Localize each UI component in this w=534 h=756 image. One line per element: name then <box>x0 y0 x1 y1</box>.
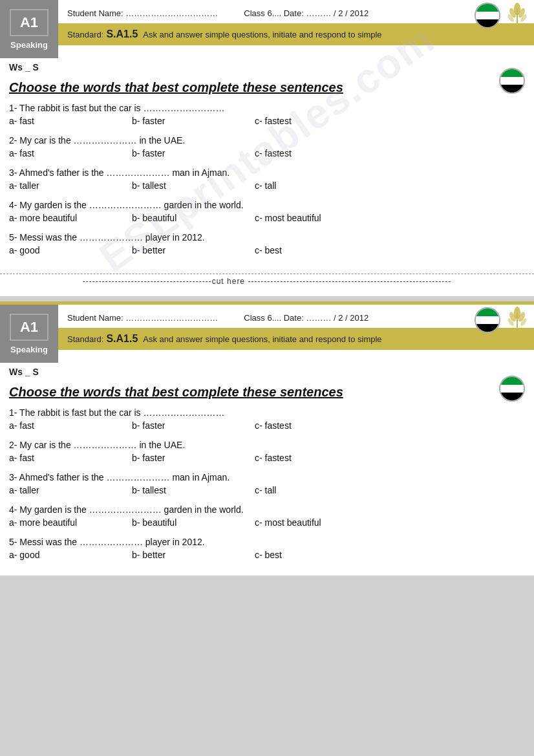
option-1-4-c: c- most beautiful <box>255 213 378 223</box>
option-1-5-c: c- best <box>255 245 378 255</box>
question-text-1-3: 3- Ahmed's father is the ………………… man in … <box>9 167 525 178</box>
uae-white-ws-2 <box>500 385 524 393</box>
questions-area-2: 1- The rabbit is fast but the car is ………… <box>0 405 534 576</box>
standard-label-2: Standard: <box>67 334 103 344</box>
a1-badge-1: A1 <box>10 9 48 36</box>
questions-area-1: 1- The rabbit is fast but the car is ………… <box>0 100 534 271</box>
options-row-1-1: a- fast b- faster c- fastest <box>9 116 525 126</box>
ws-label-2: Ws _ S <box>0 363 534 378</box>
question-block-2-5: 5- Messi was the ………………… player in 2012.… <box>9 537 525 560</box>
option-2-5-a: a- good <box>9 550 132 560</box>
sheet-2: A1 Speaking Student Name: …………………………… Cl… <box>0 301 534 576</box>
option-1-2-a: a- fast <box>9 148 132 158</box>
sheet-1: A1 Speaking Student Name: …………………………… Cl… <box>0 0 534 296</box>
standard-code-1: S.A1.5 <box>106 28 138 40</box>
standard-desc-2: Ask and answer simple questions, initiat… <box>143 334 381 344</box>
option-1-1-b: b- faster <box>132 116 255 126</box>
standard-desc-1: Ask and answer simple questions, initiat… <box>143 30 381 39</box>
option-2-2-c: c- fastest <box>255 453 378 463</box>
option-2-3-a: a- taller <box>9 485 132 495</box>
question-block-1-5: 5- Messi was the ………………… player in 2012.… <box>9 232 525 255</box>
question-text-2-4: 4- My garden is the …………………… garden in t… <box>9 504 525 515</box>
student-info-bar-2: Student Name: …………………………… Class 6.... Da… <box>58 305 534 328</box>
options-row-1-5: a- good b- better c- best <box>9 245 525 255</box>
main-title-2: Choose the words that best complete thes… <box>0 378 534 405</box>
uae-emblem-ws-1 <box>499 68 525 94</box>
question-block-2-1: 1- The rabbit is fast but the car is ………… <box>9 407 525 431</box>
options-row-2-2: a- fast b- faster c- fastest <box>9 453 525 463</box>
class-date-1: Class 6.... Date: ……… / 2 / 2012 <box>244 8 368 18</box>
main-title-1: Choose the words that best complete thes… <box>0 74 534 100</box>
question-text-2-2: 2- My car is the ………………… in the UAE. <box>9 440 525 450</box>
question-block-1-3: 3- Ahmed's father is the ………………… man in … <box>9 167 525 191</box>
option-2-2-b: b- faster <box>132 453 255 463</box>
worksheet: A1 Speaking Student Name: …………………………… Cl… <box>0 0 534 576</box>
option-2-4-a: a- more beautiful <box>9 517 132 528</box>
speaking-label-2: Speaking <box>10 345 48 354</box>
header-bar-1: A1 Speaking Student Name: …………………………… Cl… <box>0 0 534 58</box>
option-1-3-b: b- tallest <box>132 180 255 191</box>
option-2-4-b: b- beautiful <box>132 517 255 528</box>
question-text-1-2: 2- My car is the ………………… in the UAE. <box>9 135 525 146</box>
question-block-1-1: 1- The rabbit is fast but the car is ………… <box>9 103 525 126</box>
options-row-2-1: a- fast b- faster c- fastest <box>9 420 525 431</box>
option-2-1-c: c- fastest <box>255 420 378 431</box>
header-right-1: Student Name: …………………………… Class 6.... Da… <box>58 0 534 58</box>
option-1-2-b: b- faster <box>132 148 255 158</box>
option-1-5-b: b- better <box>132 245 255 255</box>
question-block-1-4: 4- My garden is the …………………… garden in t… <box>9 200 525 223</box>
student-name-1: Student Name: …………………………… <box>67 8 218 18</box>
option-1-2-c: c- fastest <box>255 148 378 158</box>
options-row-1-4: a- more beautiful b- beautiful c- most b… <box>9 213 525 223</box>
uae-green-1 <box>476 4 499 12</box>
question-text-2-1: 1- The rabbit is fast but the car is ………… <box>9 407 525 418</box>
question-block-1-2: 2- My car is the ………………… in the UAE. a- … <box>9 135 525 158</box>
question-block-2-3: 3- Ahmed's father is the ………………… man in … <box>9 472 525 495</box>
header-bar-2: A1 Speaking Student Name: …………………………… Cl… <box>0 305 534 363</box>
question-text-1-1: 1- The rabbit is fast but the car is ………… <box>9 103 525 113</box>
uae-green-2 <box>476 308 499 316</box>
standard-bar-1: Standard: S.A1.5 Ask and answer simple q… <box>58 23 534 45</box>
option-2-5-b: b- better <box>132 550 255 560</box>
speaking-label-1: Speaking <box>10 40 48 50</box>
uae-circle-2 <box>475 307 500 333</box>
option-1-3-c: c- tall <box>255 180 378 191</box>
option-2-3-c: c- tall <box>255 485 378 495</box>
a1-badge-2: A1 <box>10 314 48 341</box>
uae-black-ws-2 <box>500 393 524 400</box>
uae-black-1 <box>476 19 499 27</box>
option-1-1-a: a- fast <box>9 116 132 126</box>
uae-circle-ws-2 <box>499 376 525 402</box>
options-row-2-4: a- more beautiful b- beautiful c- most b… <box>9 517 525 528</box>
uae-white-1 <box>476 12 499 19</box>
question-block-2-2: 2- My car is the ………………… in the UAE. a- … <box>9 440 525 463</box>
student-info-bar-1: Student Name: …………………………… Class 6.... Da… <box>58 0 534 23</box>
left-label-2: A1 Speaking <box>0 305 58 363</box>
header-right-2: Student Name: …………………………… Class 6.... Da… <box>58 305 534 363</box>
standard-code-2: S.A1.5 <box>106 333 138 345</box>
uae-green-ws-1 <box>500 69 524 77</box>
sheet-divider <box>0 296 534 301</box>
cut-line-container-1: ----------------------------------------… <box>0 271 534 296</box>
option-2-1-b: b- faster <box>132 420 255 431</box>
options-row-1-3: a- taller b- tallest c- tall <box>9 180 525 191</box>
option-2-2-a: a- fast <box>9 453 132 463</box>
option-2-1-a: a- fast <box>9 420 132 431</box>
uae-emblem-ws-2 <box>499 376 525 402</box>
uae-circle-1 <box>475 3 500 28</box>
option-1-4-b: b- beautiful <box>132 213 255 223</box>
ws-label-1: Ws _ S <box>0 58 534 74</box>
option-1-1-c: c- fastest <box>255 116 378 126</box>
standard-label-1: Standard: <box>67 30 103 39</box>
top-right-logo-2 <box>506 307 529 340</box>
question-text-1-4: 4- My garden is the …………………… garden in t… <box>9 200 525 210</box>
top-right-logo <box>506 3 529 36</box>
options-row-2-5: a- good b- better c- best <box>9 550 525 560</box>
question-text-2-5: 5- Messi was the ………………… player in 2012. <box>9 537 525 547</box>
cut-separator-1: ----------------------------------------… <box>0 274 534 288</box>
options-row-1-2: a- fast b- faster c- fastest <box>9 148 525 158</box>
option-2-4-c: c- most beautiful <box>255 517 378 528</box>
class-date-2: Class 6.... Date: ……… / 2 / 2012 <box>244 313 368 323</box>
option-1-3-a: a- taller <box>9 180 132 191</box>
question-text-2-3: 3- Ahmed's father is the ………………… man in … <box>9 472 525 482</box>
